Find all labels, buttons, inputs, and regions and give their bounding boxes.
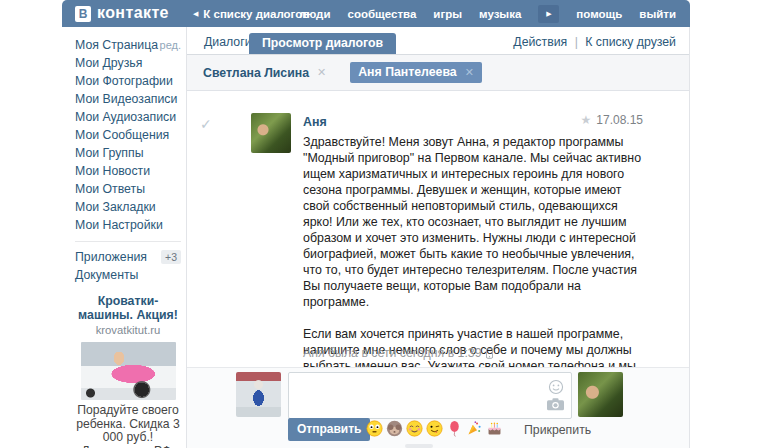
sidebar-item-replies[interactable]: Мои Ответы xyxy=(75,180,181,198)
attach-link[interactable]: Прикрепить xyxy=(524,423,591,437)
dialog-chip-svetlana[interactable]: Светлана Лисина ✕ xyxy=(203,66,326,80)
left-arrow-icon: ◀ xyxy=(193,10,198,18)
message: Аня ★ 17.08.15 Здравствуйте! Меня зовут … xyxy=(303,112,643,406)
sidebar-item-videos[interactable]: Мои Видеозаписи xyxy=(75,90,181,108)
apps-count-badge: +3 xyxy=(161,250,181,264)
mobile-phone-icon xyxy=(486,348,493,359)
sidebar-item-photos[interactable]: Мои Фотографии xyxy=(75,72,181,90)
tab-view-dialogs[interactable]: Просмотр диалогов xyxy=(249,33,396,54)
input-resize-grip[interactable] xyxy=(405,444,433,448)
ad-url-link[interactable]: krovatkitut.ru xyxy=(75,324,181,336)
sidebar-item-friends[interactable]: Мои Друзья xyxy=(75,54,181,72)
camera-icon[interactable] xyxy=(547,398,564,411)
nav-people[interactable]: люди xyxy=(299,8,330,20)
selected-dialogs-bar: Светлана Лисина ✕ Аня Пантелеева ✕ xyxy=(187,55,689,91)
actions-separator: | xyxy=(575,35,578,49)
tab-dialogs[interactable]: Диалоги xyxy=(204,35,252,49)
vk-logo[interactable]: В контакте xyxy=(75,5,169,23)
star-icon[interactable]: ★ xyxy=(581,113,592,127)
tabs-actions: Действия | К списку друзей xyxy=(513,35,676,49)
dialogs-panel: Диалоги Просмотр диалогов Действия | К с… xyxy=(186,27,690,448)
composer: Отправить Прикрепить xyxy=(187,367,689,448)
emoji-picker-icon[interactable] xyxy=(548,379,564,395)
edit-link[interactable]: ред. xyxy=(160,39,181,51)
vk-logo-icon: В xyxy=(75,6,91,22)
tabs-row: Диалоги Просмотр диалогов Действия | К с… xyxy=(187,27,689,55)
nav-music[interactable]: музыка xyxy=(479,8,521,20)
sidebar-ad: Кроватки-машины. Акция! krovatkitut.ru П… xyxy=(75,294,181,448)
sidebar-item-bookmarks[interactable]: Мои Закладки xyxy=(75,198,181,216)
message-area: ✓ Аня ★ 17.08.15 Здравствуйте! Меня зову… xyxy=(187,91,689,367)
to-friends-link[interactable]: К списку друзей xyxy=(585,35,676,49)
party-popper-emoji-icon[interactable] xyxy=(466,420,483,437)
own-avatar[interactable] xyxy=(236,372,281,417)
vk-logo-text: контакте xyxy=(97,4,169,22)
actions-link[interactable]: Действия xyxy=(513,35,567,49)
sender-name-link[interactable]: Аня xyxy=(303,115,327,129)
ad-title-link[interactable]: Кроватки-машины. Акция! xyxy=(75,294,181,322)
sidebar-item-audios[interactable]: Мои Аудиозаписи xyxy=(75,108,181,126)
nav-more-button[interactable]: ▶ xyxy=(538,5,559,23)
sidebar-item-documents[interactable]: Документы xyxy=(75,266,181,284)
header-bar: В контакте ◀ К списку диалогов люди сооб… xyxy=(62,0,690,27)
remove-chip-icon[interactable]: ✕ xyxy=(465,66,474,79)
message-header: Аня ★ 17.08.15 xyxy=(303,112,643,128)
send-button[interactable]: Отправить xyxy=(288,418,370,441)
message-text: Здравствуйте! Меня зовут Анна, я редакто… xyxy=(303,134,643,406)
remove-chip-icon[interactable]: ✕ xyxy=(317,66,326,79)
sidebar-item-news[interactable]: Мои Новости xyxy=(75,162,181,180)
message-input-box[interactable] xyxy=(288,372,572,419)
nav-communities[interactable]: сообщества xyxy=(347,8,416,20)
sidebar-item-apps[interactable]: Приложения +3 xyxy=(75,248,181,266)
nav-logout[interactable]: выйти xyxy=(639,8,676,20)
header-nav: люди сообщества игры музыка ▶ помощь вый… xyxy=(299,0,676,27)
ad-text: Порадуйте своего ребенка. Скидка 3 000 р… xyxy=(75,404,181,448)
right-arrow-icon: ▶ xyxy=(546,10,551,18)
see-no-evil-monkey-emoji-icon[interactable] xyxy=(386,420,403,437)
last-seen-status: Аня была в сети сегодня в 1:39 xyxy=(303,346,493,360)
message-date: 17.08.15 xyxy=(596,113,643,127)
nav-help[interactable]: помощь xyxy=(576,8,622,20)
ad-image[interactable] xyxy=(81,342,176,400)
sidebar-item-my-page[interactable]: Моя Страница ред. xyxy=(75,36,181,54)
quick-emoji-row xyxy=(366,420,503,437)
winking-tongue-emoji-icon[interactable] xyxy=(426,420,443,437)
back-to-dialogs-link[interactable]: ◀ К списку диалогов xyxy=(193,8,309,20)
sidebar-item-groups[interactable]: Мои Группы xyxy=(75,144,181,162)
dialog-chip-anya[interactable]: Аня Пантелеева ✕ xyxy=(350,62,482,83)
vk-messages-page: В контакте ◀ К списку диалогов люди сооб… xyxy=(0,0,770,448)
message-meta: ★ 17.08.15 xyxy=(581,113,643,127)
recipient-avatar[interactable] xyxy=(578,372,623,417)
sender-avatar[interactable] xyxy=(251,113,291,153)
sidebar-item-messages[interactable]: Мои Сообщения xyxy=(75,126,181,144)
sidebar: Моя Страница ред. Мои Друзья Мои Фотогра… xyxy=(75,36,181,448)
birthday-cake-emoji-icon[interactable] xyxy=(486,420,503,437)
sidebar-divider xyxy=(75,241,181,242)
sidebar-item-settings[interactable]: Мои Настройки xyxy=(75,216,181,234)
read-checkmark-icon: ✓ xyxy=(200,116,212,132)
nav-games[interactable]: игры xyxy=(433,8,462,20)
message-input[interactable] xyxy=(295,378,540,413)
smiling-emoji-icon[interactable] xyxy=(406,420,423,437)
balloon-emoji-icon[interactable] xyxy=(446,420,463,437)
flushed-emoji-icon[interactable] xyxy=(366,420,383,437)
